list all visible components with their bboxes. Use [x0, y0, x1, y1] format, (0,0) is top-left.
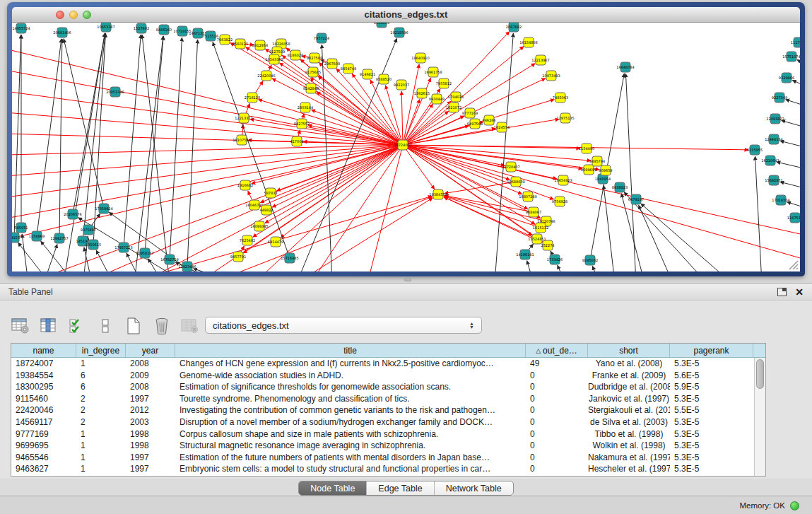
table-cell[interactable]: 5.3E-5: [670, 428, 753, 440]
graph-edge[interactable]: [37, 39, 61, 236]
graph-edge[interactable]: [34, 145, 403, 271]
graph-edge[interactable]: [780, 182, 800, 190]
table-row[interactable]: 1456911722003Disruption of a novel membe…: [11, 416, 754, 428]
select-columns-button[interactable]: [66, 315, 88, 337]
column-header[interactable]: year: [126, 344, 175, 357]
tab-edge-table[interactable]: Edge Table: [367, 481, 434, 495]
table-row[interactable]: 946362711997Embryonic stem cells: a mode…: [11, 463, 754, 475]
table-cell[interactable]: 1998: [126, 428, 175, 440]
table-cell[interactable]: 1997: [126, 463, 175, 475]
table-cell[interactable]: Changes of HCN gene expression and I(f) …: [175, 358, 526, 370]
table-cell[interactable]: 1: [76, 358, 126, 370]
graph-edge[interactable]: [126, 253, 141, 271]
graph-edge[interactable]: [187, 40, 198, 267]
table-row[interactable]: 911546021997Tourette syndrome. Phenomeno…: [11, 393, 754, 405]
delete-table-button[interactable]: [180, 315, 201, 337]
table-cell[interactable]: 18300295: [11, 381, 76, 393]
graph-edge[interactable]: [558, 265, 565, 271]
table-cell[interactable]: 0: [526, 440, 588, 452]
vertical-scrollbar[interactable]: [754, 358, 765, 476]
table-cell[interactable]: 1997: [126, 452, 175, 464]
table-cell[interactable]: Genome-wide association studies in ADHD.: [175, 370, 526, 382]
table-cell[interactable]: Disruption of a novel member of a sodium…: [175, 416, 526, 428]
graph-edge[interactable]: [14, 35, 21, 238]
table-row[interactable]: 1830029562008Estimation of significance …: [11, 381, 754, 393]
table-cell[interactable]: 9115460: [11, 393, 76, 405]
table-cell[interactable]: 1: [76, 428, 126, 440]
table-cell[interactable]: 2: [76, 416, 126, 428]
graph-edge[interactable]: [403, 145, 554, 199]
column-header[interactable]: name: [11, 344, 76, 357]
table-cell[interactable]: 0: [526, 404, 588, 416]
table-cell[interactable]: 9777169: [11, 428, 76, 440]
table-cell[interactable]: Embryonic stem cells: a model to study s…: [175, 463, 526, 475]
graph-edge[interactable]: [621, 194, 645, 271]
table-cell[interactable]: Structural magnetic resonance image aver…: [175, 440, 526, 452]
tab-node-table[interactable]: Node Table: [299, 481, 367, 495]
table-cell[interactable]: 19384554: [11, 370, 76, 382]
graph-edge[interactable]: [797, 59, 800, 69]
graph-edge[interactable]: [495, 33, 513, 271]
panel-splitter[interactable]: [0, 276, 812, 283]
graph-edge[interactable]: [782, 120, 800, 129]
table-cell[interactable]: 2003: [126, 416, 175, 428]
table-cell[interactable]: Corpus callosum shape and size in male p…: [175, 428, 526, 440]
graph-edge[interactable]: [12, 44, 403, 145]
graph-edge[interactable]: [777, 162, 800, 170]
table-cell[interactable]: 1997: [126, 393, 175, 405]
table-cell[interactable]: de Silva et al. (2003): [588, 416, 670, 428]
graph-edge[interactable]: [403, 64, 535, 145]
graph-edge[interactable]: [403, 145, 543, 242]
graph-edge[interactable]: [403, 145, 510, 180]
table-cell[interactable]: 0: [526, 463, 588, 475]
table-row[interactable]: 1938455462009Genome-wide association stu…: [11, 370, 754, 382]
table-cell[interactable]: 0: [526, 370, 588, 382]
table-row[interactable]: 977716911998Corpus callosum shape and si…: [11, 428, 754, 440]
graph-edge[interactable]: [134, 36, 163, 271]
splitter-handle[interactable]: [404, 279, 411, 281]
table-cell[interactable]: 1: [76, 440, 126, 452]
table-cell[interactable]: 9699695: [11, 440, 76, 452]
table-cell[interactable]: 6: [76, 370, 126, 382]
table-cell[interactable]: Dudbridge et al. (2008): [588, 381, 670, 393]
table-cell[interactable]: 1: [76, 452, 126, 464]
table-cell[interactable]: 0: [526, 452, 588, 464]
graph-edge[interactable]: [22, 234, 28, 271]
delete-column-button[interactable]: [151, 315, 172, 337]
table-mode-button[interactable]: [10, 315, 31, 337]
table-row[interactable]: 969969511998Structural magnetic resonanc…: [11, 440, 754, 452]
graph-edge[interactable]: [259, 100, 403, 145]
close-button[interactable]: [56, 11, 64, 19]
column-header[interactable]: pagerank: [670, 344, 753, 357]
table-cell[interactable]: 22420046: [11, 404, 76, 416]
table-cell[interactable]: 5.3E-5: [670, 393, 753, 405]
table-cell[interactable]: Wolkin et al. (1998): [588, 440, 670, 452]
graph-edge[interactable]: [41, 241, 74, 271]
table-cell[interactable]: 2009: [126, 370, 175, 382]
table-row[interactable]: 946554611997Estimation of the future num…: [11, 452, 754, 464]
graph-edge[interactable]: [336, 69, 403, 145]
graph-edge[interactable]: [792, 81, 800, 89]
table-cell[interactable]: Hescheler et al. (1997): [588, 463, 670, 475]
graph-edge[interactable]: [147, 145, 403, 271]
graph-edge[interactable]: [272, 145, 403, 207]
table-cell[interactable]: 0: [526, 381, 588, 393]
table-cell[interactable]: 5.3E-5: [670, 358, 753, 370]
graph-edge[interactable]: [96, 250, 113, 271]
table-cell[interactable]: 6: [76, 381, 126, 393]
citation-network-graph[interactable]: 1872400714055724206914061065328715276028…: [12, 23, 800, 271]
new-column-button[interactable]: [123, 315, 144, 337]
window-titlebar[interactable]: citations_edges.txt: [12, 7, 800, 23]
column-header[interactable]: △out_de…: [526, 344, 588, 357]
table-cell[interactable]: Tibbo et al. (1998): [588, 428, 670, 440]
table-cell[interactable]: 14569117: [11, 416, 76, 428]
show-columns-button[interactable]: [38, 315, 59, 337]
table-cell[interactable]: 2012: [126, 404, 175, 416]
graph-edge[interactable]: [18, 243, 49, 271]
graph-edge[interactable]: [297, 198, 433, 271]
graph-edge[interactable]: [787, 202, 800, 210]
table-cell[interactable]: Nakamura et al. (1997): [588, 452, 670, 464]
table-cell[interactable]: 18724007: [11, 358, 76, 370]
graph-edge[interactable]: [44, 244, 57, 271]
graph-edge[interactable]: [527, 261, 534, 271]
